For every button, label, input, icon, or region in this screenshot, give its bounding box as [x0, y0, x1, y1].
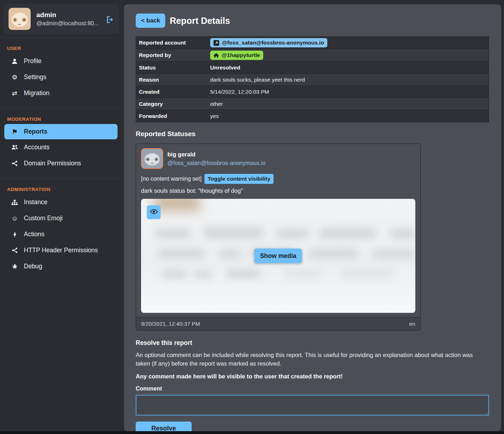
user-card-section: admin @admin@localhost:80...	[0, 0, 124, 38]
status-language: en	[409, 321, 415, 327]
sidebar-item-label: Custom Emoji	[24, 215, 63, 222]
content-warning-row: [no content warning set] Toggle content …	[141, 174, 415, 184]
table-row: Forwarded yes	[136, 110, 489, 122]
table-row: Category other	[136, 98, 489, 110]
reported-account-badge[interactable]: @foss_satan@fossbros-anonymous.io	[210, 38, 327, 47]
blur-blob	[390, 229, 415, 238]
sidebar-item-settings[interactable]: ⚙ Settings	[0, 69, 124, 85]
blur-blob	[203, 227, 264, 238]
section-label: ADMINISTRATION	[0, 180, 124, 194]
comment-label: Comment	[136, 386, 489, 392]
smiley-icon: ☺	[11, 215, 19, 222]
field-label: Forwarded	[136, 111, 207, 122]
main-wrap: < back Report Details Reported account @…	[124, 0, 504, 431]
sidebar-item-label: Instance	[24, 198, 47, 206]
user-card[interactable]: admin @admin@localhost:80...	[4, 4, 119, 34]
reported-by-badge[interactable]: @1happyturtle	[210, 51, 263, 60]
status-header: big gerald @foss_satan@fossbros-anonymou…	[141, 148, 415, 169]
sitemap-icon	[11, 200, 19, 205]
content-warning-text: [no content warning set]	[141, 176, 202, 182]
flag-icon: ⚑	[11, 129, 19, 135]
reported-status-card: big gerald @foss_satan@fossbros-anonymou…	[136, 144, 421, 331]
sidebar-item-label: Settings	[24, 73, 46, 81]
blur-blob	[227, 269, 260, 278]
eye-icon	[150, 208, 158, 217]
created-value: 5/14/2022, 12:20:03 PM	[207, 87, 489, 97]
table-row: Status Unresolved	[136, 61, 489, 73]
sidebar-item-instance[interactable]: Instance	[0, 194, 124, 210]
resolve-description: An optional comment can be included whil…	[136, 351, 488, 368]
sidebar-item-label: Migration	[24, 89, 50, 97]
comment-input[interactable]	[136, 395, 489, 415]
blur-blob	[155, 229, 191, 238]
users-icon	[11, 144, 19, 150]
sloth-face	[12, 13, 28, 26]
table-row: Reported by @1happyturtle	[136, 49, 489, 61]
status-author-name: big gerald	[167, 151, 265, 158]
share-nodes-icon	[11, 247, 19, 253]
status-footer: 9/20/2021, 12:40:37 PM en	[136, 317, 420, 330]
status-author-handle[interactable]: @foss_satan@fossbros-anonymous.io	[167, 160, 265, 166]
sidebar-item-actions[interactable]: Actions	[0, 226, 124, 242]
resolve-heading: Resolve this report	[136, 339, 489, 347]
blur-blob	[158, 249, 204, 258]
admin-avatar	[9, 8, 31, 30]
sidebar-item-http-header-permissions[interactable]: HTTP Header Permissions	[0, 242, 124, 258]
blur-blob	[341, 269, 394, 278]
sidebar: admin @admin@localhost:80... USER Profil…	[0, 0, 124, 431]
blur-blob	[154, 199, 200, 211]
blur-blob	[284, 270, 323, 278]
table-row: Reported account @foss_satan@fossbros-an…	[136, 37, 489, 49]
status-value: Unresolved	[207, 63, 489, 72]
report-details-table: Reported account @foss_satan@fossbros-an…	[136, 36, 489, 122]
sidebar-item-domain-permissions[interactable]: Domain Permissions	[0, 155, 124, 171]
status-timestamp: 9/20/2021, 12:40:37 PM	[141, 321, 200, 327]
sidebar-item-label: Debug	[24, 263, 42, 270]
field-label: Reported by	[136, 50, 207, 61]
toggle-content-visibility-button[interactable]: Toggle content visibility	[204, 174, 274, 184]
resolve-button[interactable]: Resolve	[136, 422, 192, 431]
nav-section-moderation: MODERATION ⚑ Reports Accounts Domain Per…	[0, 108, 124, 176]
logout-icon[interactable]	[105, 14, 114, 24]
sidebar-item-label: HTTP Header Permissions	[24, 247, 98, 254]
user-meta: admin @admin@localhost:80...	[36, 11, 100, 27]
eye-icon-button[interactable]	[147, 205, 161, 219]
show-media-button[interactable]: Show media	[254, 249, 302, 263]
reason-value: dark souls sucks, please yeet this nerd	[207, 75, 489, 84]
external-link-icon	[213, 40, 219, 46]
sidebar-item-label: Reports	[24, 128, 47, 135]
sidebar-item-debug[interactable]: Debug	[0, 258, 124, 274]
category-value: other	[207, 99, 489, 109]
back-button[interactable]: < back	[136, 14, 165, 28]
field-label: Reason	[136, 74, 207, 85]
status-author-avatar	[141, 148, 163, 169]
sidebar-item-migration[interactable]: ⇄ Migration	[0, 85, 124, 101]
sloth-face	[145, 153, 160, 165]
home-icon	[213, 53, 219, 58]
field-label: Reported account	[136, 37, 207, 48]
blur-blob	[219, 250, 241, 258]
blur-blob	[194, 271, 212, 278]
sidebar-item-profile[interactable]: Profile	[0, 53, 124, 69]
user-icon	[11, 58, 19, 64]
blur-blob	[308, 249, 358, 258]
sidebar-item-label: Domain Permissions	[24, 160, 81, 167]
page-title: Report Details	[170, 16, 230, 26]
sidebar-item-custom-emoji[interactable]: ☺ Custom Emoji	[0, 210, 124, 226]
section-label: USER	[0, 39, 124, 53]
blurred-media-attachment[interactable]: Show media	[141, 199, 415, 313]
field-label: Created	[136, 87, 207, 97]
share-nodes-icon	[11, 160, 19, 166]
sidebar-item-reports[interactable]: ⚑ Reports	[4, 124, 118, 139]
username: admin	[36, 11, 100, 19]
sidebar-item-accounts[interactable]: Accounts	[0, 139, 124, 155]
gears-icon: ⚙	[11, 74, 19, 81]
section-label: MODERATION	[0, 110, 124, 124]
blur-blob	[162, 270, 187, 278]
sidebar-item-label: Profile	[24, 57, 42, 65]
exchange-arrows-icon: ⇄	[11, 90, 19, 97]
status-author-meta: big gerald @foss_satan@fossbros-anonymou…	[167, 151, 265, 166]
blur-blob	[319, 228, 376, 238]
table-row: Reason dark souls sucks, please yeet thi…	[136, 73, 489, 86]
bolt-icon	[11, 231, 19, 238]
